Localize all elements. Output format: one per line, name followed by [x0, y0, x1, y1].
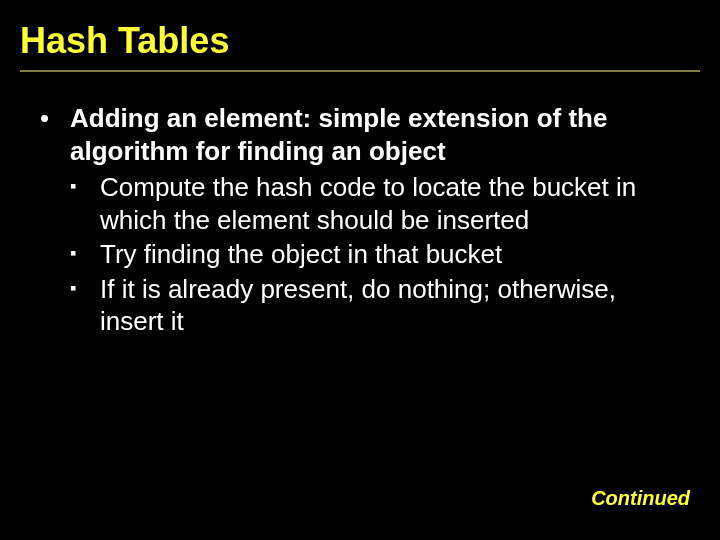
sub-point-text: Compute the hash code to locate the buck… [100, 171, 680, 236]
slide-body: • Adding an element: simple extension of… [0, 72, 720, 338]
bullet-level2: ▪ Try finding the object in that bucket [70, 238, 680, 271]
square-bullet-icon: ▪ [70, 238, 100, 271]
square-bullet-icon: ▪ [70, 171, 100, 236]
continued-footer: Continued [591, 487, 690, 510]
slide-title: Hash Tables [0, 0, 720, 70]
main-point-text: Adding an element: simple extension of t… [70, 102, 680, 167]
sub-point-text: If it is already present, do nothing; ot… [100, 273, 680, 338]
bullet-level1: • Adding an element: simple extension of… [40, 102, 680, 167]
bullet-level2: ▪ Compute the hash code to locate the bu… [70, 171, 680, 236]
square-bullet-icon: ▪ [70, 273, 100, 338]
disc-bullet-icon: • [40, 102, 70, 167]
bullet-level2: ▪ If it is already present, do nothing; … [70, 273, 680, 338]
sub-point-text: Try finding the object in that bucket [100, 238, 680, 271]
slide: Hash Tables • Adding an element: simple … [0, 0, 720, 540]
